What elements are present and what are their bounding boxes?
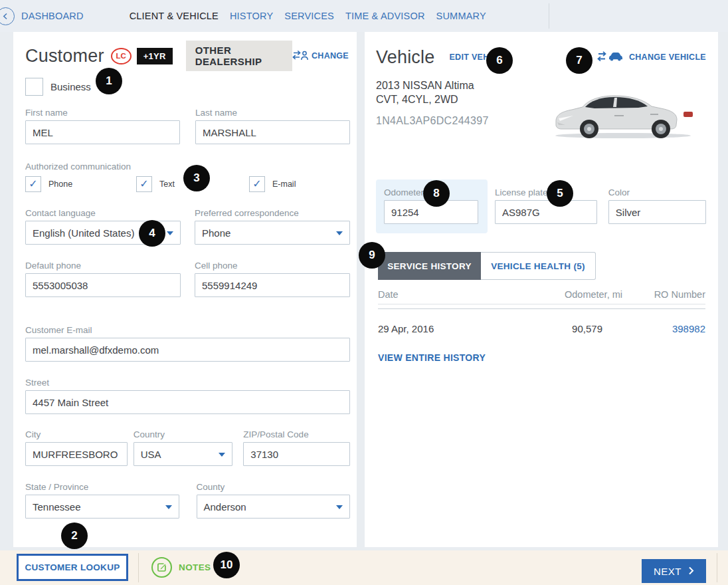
vehicle-photo xyxy=(547,78,699,148)
country-label: Country xyxy=(134,429,233,439)
state-province-label: State / Province xyxy=(25,482,179,492)
back-chevron-icon xyxy=(2,13,9,20)
back-to-dashboard-button[interactable] xyxy=(0,7,15,25)
county-select[interactable]: Anderson xyxy=(197,495,351,519)
state-province-select[interactable]: Tennessee xyxy=(25,495,179,519)
notes-label: NOTES xyxy=(179,562,211,572)
phone-checkbox[interactable]: ✓ xyxy=(25,176,41,192)
nav-time-and-advisor[interactable]: TIME & ADVISOR xyxy=(345,11,425,21)
service-history-table: Date Odometer, mi RO Number 29 Apr, 2016… xyxy=(378,289,705,334)
customer-email-input[interactable] xyxy=(25,338,350,362)
customer-panel: Customer LC +1YR OTHER DEALERSHIP CHANGE… xyxy=(13,32,357,547)
nav-divider xyxy=(549,3,549,29)
top-navigation: DASHBOARD CLIENT & VEHICLE HISTORY SERVI… xyxy=(0,0,728,32)
nav-dashboard[interactable]: DASHBOARD xyxy=(21,11,84,21)
table-row: 29 Apr, 2016 90,579 398982 xyxy=(378,323,705,334)
color-label: Color xyxy=(608,187,706,197)
table-rule xyxy=(378,308,705,309)
preferred-correspondence-label: Preferred correspondence xyxy=(195,208,350,218)
footer-divider xyxy=(717,553,717,582)
other-dealership-badge: OTHER DEALERSHIP xyxy=(186,41,292,71)
street-input[interactable] xyxy=(25,390,350,414)
view-entire-history-link[interactable]: VIEW ENTIRE HISTORY xyxy=(378,352,486,363)
client-and-vehicle-screen: DASHBOARD CLIENT & VEHICLE HISTORY SERVI… xyxy=(0,0,728,585)
notes-button[interactable]: NOTES xyxy=(151,557,211,578)
footer-divider xyxy=(138,553,139,582)
chevron-down-icon xyxy=(336,231,343,235)
vehicle-panel: Vehicle EDIT VEHICLE CHANGE VEHICLE 2013… xyxy=(365,32,718,547)
callout-7: 7 xyxy=(566,47,592,74)
nav-services[interactable]: SERVICES xyxy=(284,11,334,21)
swap-person-icon xyxy=(292,50,312,62)
chevron-down-icon xyxy=(167,231,173,235)
default-phone-input[interactable] xyxy=(25,273,181,297)
nav-history[interactable]: HISTORY xyxy=(230,11,273,21)
callout-1: 1 xyxy=(96,68,122,94)
callout-3: 3 xyxy=(183,165,210,191)
first-name-label: First name xyxy=(25,108,180,118)
preferred-correspondence-select[interactable]: Phone xyxy=(195,221,350,245)
footer-bar: CUSTOMER LOOKUP NOTES NEXT xyxy=(0,550,728,585)
default-phone-label: Default phone xyxy=(25,261,181,271)
chevron-down-icon xyxy=(165,505,172,509)
loyal-customer-badge: LC xyxy=(111,48,132,64)
callout-2: 2 xyxy=(61,523,88,549)
tab-vehicle-health[interactable]: VEHICLE HEALTH (5) xyxy=(481,252,596,280)
column-odometer[interactable]: Odometer, mi xyxy=(509,289,622,300)
street-label: Street xyxy=(25,378,350,388)
email-checkbox[interactable]: ✓ xyxy=(249,176,265,192)
zip-label: ZIP/Postal Code xyxy=(243,429,350,439)
change-customer-link[interactable]: CHANGE xyxy=(292,50,349,62)
color-input[interactable] xyxy=(608,200,706,224)
column-ro-number[interactable]: RO Number xyxy=(622,289,705,300)
history-odometer: 90,579 xyxy=(509,323,602,334)
vehicle-tabs: SERVICE HISTORY VEHICLE HEALTH (5) xyxy=(378,252,706,280)
cell-phone-label: Cell phone xyxy=(195,261,350,271)
business-checkbox[interactable]: ✓ xyxy=(25,78,43,96)
vehicle-title: Vehicle xyxy=(376,47,434,68)
chevron-down-icon xyxy=(336,505,343,509)
text-checkbox[interactable]: ✓ xyxy=(136,176,152,192)
tab-service-history[interactable]: SERVICE HISTORY xyxy=(378,252,481,280)
zip-input[interactable] xyxy=(243,442,350,466)
customer-email-label: Customer E-mail xyxy=(25,325,350,335)
business-checkbox-label: Business xyxy=(50,81,91,92)
last-name-label: Last name xyxy=(195,108,350,118)
contact-language-label: Contact language xyxy=(25,208,181,218)
swap-car-icon xyxy=(597,51,629,64)
notes-icon xyxy=(151,557,172,578)
ro-number-link[interactable]: 398982 xyxy=(672,323,705,334)
callout-4: 4 xyxy=(139,220,165,247)
customer-title: Customer xyxy=(25,46,104,66)
city-input[interactable] xyxy=(25,442,128,466)
callout-8: 8 xyxy=(423,180,450,207)
callout-10: 10 xyxy=(213,552,240,578)
first-name-input[interactable] xyxy=(25,120,180,144)
column-date[interactable]: Date xyxy=(378,289,509,300)
cell-phone-input[interactable] xyxy=(195,273,350,297)
next-button[interactable]: NEXT xyxy=(642,559,706,583)
nav-summary[interactable]: SUMMARY xyxy=(436,11,486,21)
chevron-right-icon xyxy=(688,566,694,577)
license-plate-label: License plate xyxy=(495,187,597,197)
email-checkbox-label: E-mail xyxy=(272,179,296,189)
callout-5: 5 xyxy=(547,180,573,207)
history-date: 29 Apr, 2016 xyxy=(378,323,509,334)
callout-9: 9 xyxy=(359,242,385,269)
customer-lookup-button[interactable]: CUSTOMER LOOKUP xyxy=(17,554,128,581)
phone-checkbox-label: Phone xyxy=(48,179,72,189)
change-vehicle-link[interactable]: CHANGE VEHICLE xyxy=(597,51,706,64)
text-checkbox-label: Text xyxy=(159,179,175,189)
last-name-input[interactable] xyxy=(195,120,350,144)
service-history-header-row: Date Odometer, mi RO Number xyxy=(378,289,705,304)
chevron-down-icon xyxy=(219,453,225,457)
country-select[interactable]: USA xyxy=(134,442,233,466)
callout-6: 6 xyxy=(486,47,513,74)
license-plate-input[interactable] xyxy=(495,200,597,224)
city-label: City xyxy=(25,429,128,439)
county-label: County xyxy=(197,482,351,492)
plus-one-year-badge: +1YR xyxy=(137,48,173,64)
nav-client-and-vehicle[interactable]: CLIENT & VEHICLE xyxy=(130,11,219,21)
